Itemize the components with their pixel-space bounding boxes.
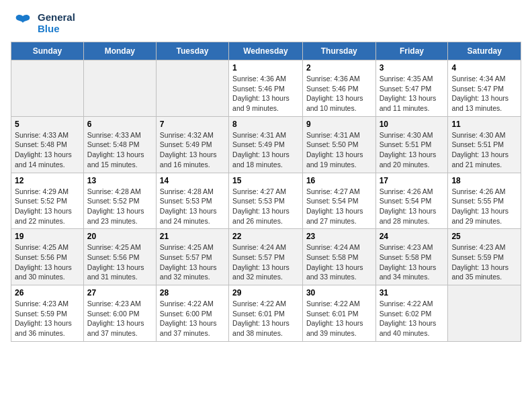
day-header-thursday: Thursday [302,42,375,60]
day-number: 2 [306,63,372,73]
day-number: 3 [380,63,445,73]
day-number: 13 [87,176,152,185]
day-number: 27 [87,288,152,298]
empty-cell [448,285,521,342]
logo: General Blue [11,11,75,35]
day-number: 26 [15,288,80,298]
day-number: 15 [232,176,299,185]
day-number: 1 [232,63,299,73]
day-info: Sunrise: 4:31 AM Sunset: 5:49 PM Dayligh… [232,130,299,170]
day-info: Sunrise: 4:30 AM Sunset: 5:51 PM Dayligh… [451,130,517,170]
day-number: 31 [380,288,445,298]
day-info: Sunrise: 4:35 AM Sunset: 5:47 PM Dayligh… [380,74,445,113]
day-header-friday: Friday [375,42,448,60]
calendar-day-cell: 6Sunrise: 4:33 AM Sunset: 5:48 PM Daylig… [83,116,156,173]
calendar-day-cell: 20Sunrise: 4:25 AM Sunset: 5:56 PM Dayli… [83,229,156,285]
day-info: Sunrise: 4:23 AM Sunset: 5:59 PM Dayligh… [15,299,80,338]
day-header-wednesday: Wednesday [229,42,303,60]
day-number: 24 [380,232,445,241]
day-info: Sunrise: 4:23 AM Sunset: 5:59 PM Dayligh… [451,242,517,282]
day-info: Sunrise: 4:31 AM Sunset: 5:50 PM Dayligh… [306,130,372,170]
day-info: Sunrise: 4:36 AM Sunset: 5:46 PM Dayligh… [232,74,299,113]
day-info: Sunrise: 4:29 AM Sunset: 5:52 PM Dayligh… [15,187,80,226]
day-info: Sunrise: 4:34 AM Sunset: 5:47 PM Dayligh… [451,74,517,113]
day-info: Sunrise: 4:24 AM Sunset: 5:57 PM Dayligh… [232,242,299,282]
calendar-day-cell: 13Sunrise: 4:28 AM Sunset: 5:52 PM Dayli… [83,173,156,229]
day-number: 4 [451,63,517,73]
empty-cell [83,60,156,117]
calendar-day-cell: 25Sunrise: 4:23 AM Sunset: 5:59 PM Dayli… [448,229,521,285]
calendar-day-cell: 9Sunrise: 4:31 AM Sunset: 5:50 PM Daylig… [302,116,375,173]
calendar-day-cell: 21Sunrise: 4:25 AM Sunset: 5:57 PM Dayli… [156,229,228,285]
day-header-sunday: Sunday [11,42,84,60]
day-info: Sunrise: 4:22 AM Sunset: 6:02 PM Dayligh… [380,299,445,338]
empty-cell [11,60,84,117]
day-number: 30 [306,288,372,298]
calendar-day-cell: 2Sunrise: 4:36 AM Sunset: 5:46 PM Daylig… [302,60,375,117]
day-info: Sunrise: 4:26 AM Sunset: 5:55 PM Dayligh… [451,187,517,226]
calendar-day-cell: 14Sunrise: 4:28 AM Sunset: 5:53 PM Dayli… [156,173,228,229]
day-info: Sunrise: 4:28 AM Sunset: 5:52 PM Dayligh… [87,187,152,226]
calendar-day-cell: 5Sunrise: 4:33 AM Sunset: 5:48 PM Daylig… [11,116,84,173]
calendar-day-cell: 30Sunrise: 4:22 AM Sunset: 6:01 PM Dayli… [302,285,375,342]
calendar-day-cell: 23Sunrise: 4:24 AM Sunset: 5:58 PM Dayli… [302,229,375,285]
calendar-day-cell: 22Sunrise: 4:24 AM Sunset: 5:57 PM Dayli… [229,229,303,285]
day-info: Sunrise: 4:23 AM Sunset: 5:58 PM Dayligh… [380,242,445,282]
day-number: 10 [380,120,445,129]
logo-blue: Blue [38,23,75,34]
day-info: Sunrise: 4:33 AM Sunset: 5:48 PM Dayligh… [15,130,80,170]
calendar-day-cell: 28Sunrise: 4:22 AM Sunset: 6:00 PM Dayli… [156,285,228,342]
calendar-day-cell: 7Sunrise: 4:32 AM Sunset: 5:49 PM Daylig… [156,116,228,173]
day-number: 25 [451,232,517,241]
calendar-day-cell: 8Sunrise: 4:31 AM Sunset: 5:49 PM Daylig… [229,116,303,173]
calendar-week-row: 26Sunrise: 4:23 AM Sunset: 5:59 PM Dayli… [11,285,521,342]
day-info: Sunrise: 4:33 AM Sunset: 5:48 PM Dayligh… [87,130,152,170]
calendar-day-cell: 15Sunrise: 4:27 AM Sunset: 5:53 PM Dayli… [229,173,303,229]
day-info: Sunrise: 4:23 AM Sunset: 6:00 PM Dayligh… [87,299,152,338]
day-info: Sunrise: 4:27 AM Sunset: 5:53 PM Dayligh… [232,187,299,226]
day-number: 20 [87,232,152,241]
day-number: 22 [232,232,299,241]
calendar-day-cell: 26Sunrise: 4:23 AM Sunset: 5:59 PM Dayli… [11,285,84,342]
calendar-header-row: SundayMondayTuesdayWednesdayThursdayFrid… [11,42,521,60]
calendar-day-cell: 11Sunrise: 4:30 AM Sunset: 5:51 PM Dayli… [448,116,521,173]
day-info: Sunrise: 4:24 AM Sunset: 5:58 PM Dayligh… [306,242,372,282]
calendar-day-cell: 19Sunrise: 4:25 AM Sunset: 5:56 PM Dayli… [11,229,84,285]
calendar-day-cell: 3Sunrise: 4:35 AM Sunset: 5:47 PM Daylig… [375,60,448,117]
day-number: 7 [160,120,225,129]
calendar-day-cell: 16Sunrise: 4:27 AM Sunset: 5:54 PM Dayli… [302,173,375,229]
day-number: 23 [306,232,372,241]
calendar-day-cell: 17Sunrise: 4:26 AM Sunset: 5:54 PM Dayli… [375,173,448,229]
calendar-week-row: 19Sunrise: 4:25 AM Sunset: 5:56 PM Dayli… [11,229,521,285]
day-info: Sunrise: 4:25 AM Sunset: 5:56 PM Dayligh… [87,242,152,282]
empty-cell [156,60,228,117]
day-info: Sunrise: 4:22 AM Sunset: 6:00 PM Dayligh… [160,299,225,338]
calendar-week-row: 12Sunrise: 4:29 AM Sunset: 5:52 PM Dayli… [11,173,521,229]
calendar-day-cell: 1Sunrise: 4:36 AM Sunset: 5:46 PM Daylig… [229,60,303,117]
day-number: 14 [160,176,225,185]
day-number: 12 [15,176,80,185]
calendar-day-cell: 27Sunrise: 4:23 AM Sunset: 6:00 PM Dayli… [83,285,156,342]
calendar-table: SundayMondayTuesdayWednesdayThursdayFrid… [11,42,521,342]
calendar-day-cell: 18Sunrise: 4:26 AM Sunset: 5:55 PM Dayli… [448,173,521,229]
day-number: 16 [306,176,372,185]
calendar-week-row: 1Sunrise: 4:36 AM Sunset: 5:46 PM Daylig… [11,60,521,117]
calendar-day-cell: 10Sunrise: 4:30 AM Sunset: 5:51 PM Dayli… [375,116,448,173]
calendar-day-cell: 4Sunrise: 4:34 AM Sunset: 5:47 PM Daylig… [448,60,521,117]
day-number: 29 [232,288,299,298]
calendar-day-cell: 31Sunrise: 4:22 AM Sunset: 6:02 PM Dayli… [375,285,448,342]
day-number: 17 [380,176,445,185]
page-header: General Blue [11,11,521,35]
day-number: 19 [15,232,80,241]
day-info: Sunrise: 4:30 AM Sunset: 5:51 PM Dayligh… [380,130,445,170]
logo-bird-icon [11,11,35,35]
day-info: Sunrise: 4:25 AM Sunset: 5:57 PM Dayligh… [160,242,225,282]
day-info: Sunrise: 4:27 AM Sunset: 5:54 PM Dayligh… [306,187,372,226]
day-number: 21 [160,232,225,241]
day-number: 6 [87,120,152,129]
day-number: 5 [15,120,80,129]
day-number: 18 [451,176,517,185]
calendar-day-cell: 29Sunrise: 4:22 AM Sunset: 6:01 PM Dayli… [229,285,303,342]
day-number: 11 [451,120,517,129]
calendar-week-row: 5Sunrise: 4:33 AM Sunset: 5:48 PM Daylig… [11,116,521,173]
